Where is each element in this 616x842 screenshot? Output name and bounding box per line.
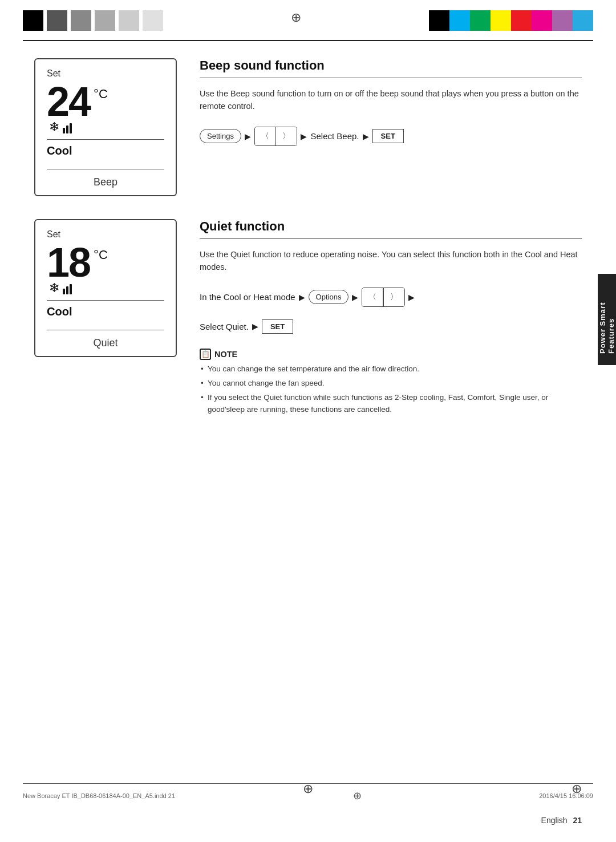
quiet-set-label: Set: [47, 229, 60, 240]
note-item-3: If you select the Quiet function while s…: [200, 392, 582, 415]
footer: New Boracay ET IB_DB68-06184A-00_EN_A5.i…: [0, 784, 616, 808]
beep-divider2: [47, 169, 164, 169]
note-item-1: You can change the set temperature and t…: [200, 363, 582, 375]
quiet-text-section: Quiet function Use the Quiet function to…: [200, 219, 582, 415]
quiet-section-row: Set 18 °C ❄ Cool Quiet: [34, 219, 582, 415]
note-box: 📋 NOTE You can change the set temperatur…: [200, 349, 582, 415]
color-bar-purple: [552, 10, 573, 31]
quiet-control-flow-2: Select Quiet. ▶ SET: [200, 319, 582, 334]
beep-section-row: Set 24 °C ❄ Cool Beep: [34, 58, 582, 196]
quiet-control-flow-1: In the Cool or Heat mode ▶ Options ▶ 〈 〉…: [200, 288, 582, 307]
beep-divider1: [47, 139, 164, 140]
footer-file: New Boracay ET IB_DB68-06184A-00_EN_A5.i…: [23, 792, 175, 799]
fan-bar-1: [63, 128, 65, 133]
quiet-fan-bar-2: [66, 286, 68, 294]
arrow-right-btn[interactable]: 〉: [276, 127, 297, 145]
quiet-divider2: [47, 330, 164, 330]
reg-mark-gray4: [119, 10, 139, 31]
quiet-temp-row: 18 °C: [47, 242, 108, 283]
beep-mode-label: Cool: [47, 144, 72, 157]
beep-text-section: Beep sound function Use the Beep sound f…: [200, 58, 582, 149]
color-bar-magenta: [532, 10, 552, 31]
reg-marks-left: [23, 10, 163, 31]
crosshair-footer: ⊕: [353, 790, 362, 802]
quiet-flow-arrow-1: ▶: [299, 293, 305, 302]
quiet-display-box: Set 18 °C ❄ Cool Quiet: [34, 219, 177, 357]
fan-bar-2: [66, 126, 68, 133]
reg-mark-gray5: [143, 10, 163, 31]
cool-icon: ❄: [49, 120, 59, 135]
settings-button[interactable]: Settings: [200, 129, 241, 143]
color-bar-yellow: [491, 10, 511, 31]
note-label: NOTE: [214, 350, 237, 359]
quiet-fan-bar-1: [63, 289, 65, 294]
quiet-flow-arrow-4: ▶: [252, 322, 258, 331]
note-item-2: You cannot change the fan speed.: [200, 378, 582, 389]
quiet-mode-text: In the Cool or Heat mode: [200, 292, 295, 302]
reg-mark-gray1: [47, 10, 67, 31]
color-bar-black: [429, 10, 449, 31]
beep-display-box: Set 24 °C ❄ Cool Beep: [34, 58, 177, 196]
color-bar-lightblue: [573, 10, 593, 31]
note-list: You can change the set temperature and t…: [200, 363, 582, 415]
color-bar-cyan: [449, 10, 470, 31]
color-bar-red: [511, 10, 532, 31]
page-lang: English: [541, 816, 568, 825]
quiet-flow-arrow-2: ▶: [352, 293, 358, 302]
beep-section-desc: Use the Beep sound function to turn on o…: [200, 87, 582, 113]
quiet-section-desc: Use the Quiet function to reduce operati…: [200, 248, 582, 274]
footer-center: ⊕: [353, 790, 362, 802]
fan-bar-3: [70, 123, 72, 133]
sidebar-tab: Power Smart Features: [598, 274, 616, 365]
flow-arrow-3: ▶: [363, 132, 369, 141]
beep-sub-label: Beep: [47, 176, 164, 188]
quiet-section-title: Quiet function: [200, 219, 582, 239]
arrow-left-btn[interactable]: 〈: [255, 127, 275, 145]
crosshair-top: ⊕: [291, 10, 301, 25]
note-header: 📋 NOTE: [200, 349, 582, 360]
fan-icon: [63, 121, 72, 133]
beep-temp-row: 24 °C: [47, 81, 108, 122]
reg-mark-gray2: [71, 10, 91, 31]
beep-control-flow: Settings ▶ 〈 〉 ▶ Select Beep. ▶ SET: [200, 127, 582, 146]
beep-temperature: 24: [47, 81, 90, 122]
beep-set-label: Set: [47, 68, 60, 79]
reg-mark-black: [23, 10, 43, 31]
sidebar-tab-label: Power Smart Features: [598, 285, 615, 354]
footer-date: 2016/4/15 16:06:09: [539, 792, 593, 799]
quiet-divider1: [47, 300, 164, 301]
page-wrapper: ⊕ Set 24 °C ❄: [0, 0, 616, 842]
select-quiet-text: Select Quiet.: [200, 322, 249, 331]
quiet-flow-arrow-3: ▶: [408, 293, 415, 302]
beep-set-button[interactable]: SET: [372, 129, 404, 143]
quiet-mode-label: Cool: [47, 305, 72, 318]
quiet-cool-icon: ❄: [49, 281, 59, 295]
main-content: Set 24 °C ❄ Cool Beep: [0, 41, 616, 438]
quiet-fan-bar-3: [70, 284, 72, 294]
page-number: 21: [573, 816, 582, 825]
quiet-arrow-left-btn[interactable]: 〈: [362, 288, 383, 306]
quiet-arrow-right-btn[interactable]: 〉: [384, 288, 404, 306]
flow-arrow-1: ▶: [245, 132, 251, 141]
quiet-sub-label: Quiet: [47, 337, 164, 349]
quiet-nav-arrows[interactable]: 〈 〉: [362, 288, 405, 307]
note-icon: 📋: [200, 349, 211, 360]
quiet-icons-row: ❄: [49, 281, 72, 295]
beep-nav-arrows[interactable]: 〈 〉: [254, 127, 298, 146]
flow-arrow-2: ▶: [301, 132, 307, 141]
select-beep-text: Select Beep.: [310, 131, 359, 141]
beep-icons-row: ❄: [49, 120, 72, 135]
top-bar: ⊕: [0, 0, 616, 34]
page-number-area: English 21: [541, 816, 582, 825]
quiet-set-button[interactable]: SET: [262, 319, 293, 334]
color-bar-green: [470, 10, 491, 31]
beep-temp-unit: °C: [94, 87, 108, 102]
quiet-fan-icon: [63, 282, 72, 294]
color-bars-right: [429, 10, 593, 31]
quiet-temp-unit: °C: [94, 248, 108, 262]
reg-mark-gray3: [95, 10, 115, 31]
options-button[interactable]: Options: [309, 290, 349, 304]
quiet-temperature: 18: [47, 242, 90, 283]
beep-section-title: Beep sound function: [200, 58, 582, 78]
